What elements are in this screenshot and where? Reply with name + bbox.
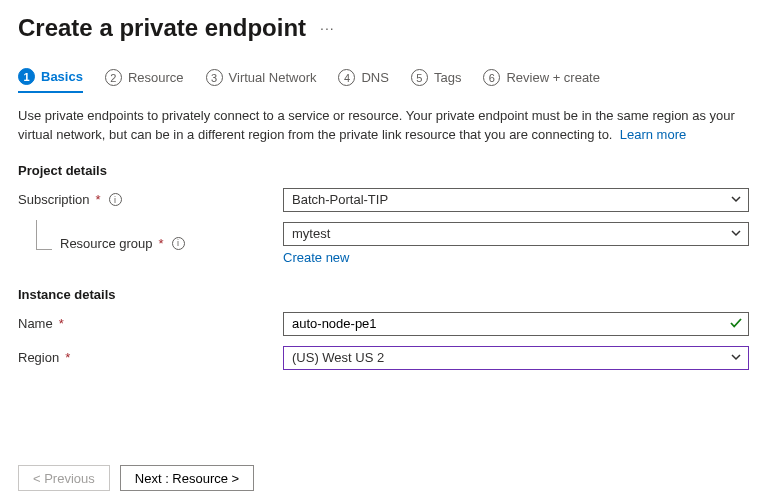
required-icon: * (59, 316, 64, 331)
tab-label: Tags (434, 70, 461, 85)
tab-number-icon: 2 (105, 69, 122, 86)
region-select[interactable]: (US) West US 2 (283, 346, 749, 370)
tab-number-icon: 4 (338, 69, 355, 86)
wizard-tabs: 1 Basics 2 Resource 3 Virtual Network 4 … (18, 68, 749, 93)
next-button[interactable]: Next : Resource > (120, 465, 254, 491)
required-icon: * (65, 350, 70, 365)
tab-label: Review + create (506, 70, 600, 85)
resource-group-label: Resource group (60, 236, 153, 251)
chevron-down-icon (730, 351, 742, 366)
tab-basics[interactable]: 1 Basics (18, 68, 83, 93)
region-value: (US) West US 2 (292, 350, 384, 365)
tab-label: Virtual Network (229, 70, 317, 85)
section-project-details: Project details (18, 163, 749, 178)
subscription-label: Subscription (18, 192, 90, 207)
tab-resource[interactable]: 2 Resource (105, 69, 184, 92)
tab-number-icon: 1 (18, 68, 35, 85)
description-text: Use private endpoints to privately conne… (18, 107, 738, 145)
subscription-select[interactable]: Batch-Portal-TIP (283, 188, 749, 212)
tab-number-icon: 3 (206, 69, 223, 86)
tree-line-icon (36, 220, 52, 250)
tab-review-create[interactable]: 6 Review + create (483, 69, 600, 92)
region-label: Region (18, 350, 59, 365)
tab-virtual-network[interactable]: 3 Virtual Network (206, 69, 317, 92)
page-title: Create a private endpoint (18, 14, 306, 42)
name-input[interactable] (283, 312, 749, 336)
chevron-down-icon (730, 227, 742, 242)
tab-label: Resource (128, 70, 184, 85)
section-instance-details: Instance details (18, 287, 749, 302)
check-icon (729, 316, 743, 333)
more-actions-icon[interactable]: ··· (320, 20, 335, 36)
info-icon[interactable]: i (172, 237, 185, 250)
tab-tags[interactable]: 5 Tags (411, 69, 461, 92)
tab-label: Basics (41, 69, 83, 84)
subscription-value: Batch-Portal-TIP (292, 192, 388, 207)
tab-number-icon: 6 (483, 69, 500, 86)
required-icon: * (159, 236, 164, 251)
learn-more-link[interactable]: Learn more (620, 127, 686, 142)
tab-dns[interactable]: 4 DNS (338, 69, 388, 92)
create-new-link[interactable]: Create new (283, 250, 749, 265)
required-icon: * (96, 192, 101, 207)
resource-group-value: mytest (292, 226, 330, 241)
tab-label: DNS (361, 70, 388, 85)
name-label: Name (18, 316, 53, 331)
previous-button: < Previous (18, 465, 110, 491)
chevron-down-icon (730, 193, 742, 208)
resource-group-select[interactable]: mytest (283, 222, 749, 246)
tab-number-icon: 5 (411, 69, 428, 86)
info-icon[interactable]: i (109, 193, 122, 206)
